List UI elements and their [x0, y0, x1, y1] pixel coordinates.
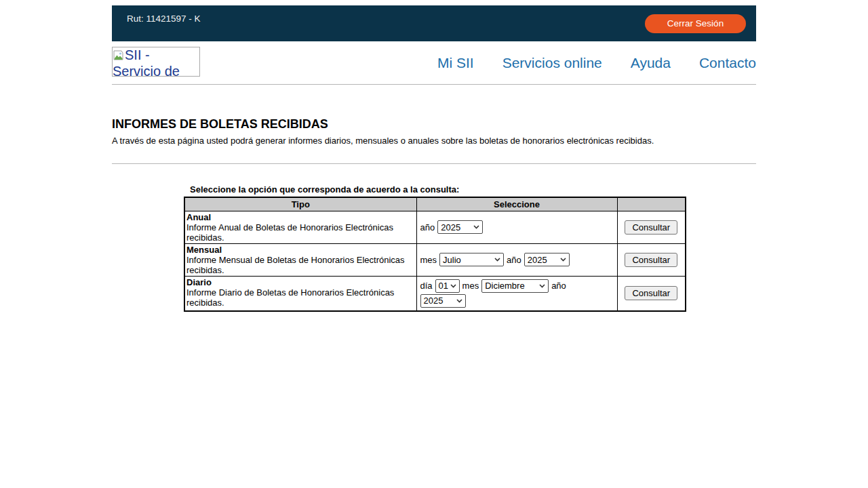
site-header: SII - Servicio de Mi SII Servicios onlin…: [112, 41, 756, 84]
seleccione-cell-anual: año 2025: [416, 211, 617, 243]
seleccione-cell-diario: día 01 mes Diciembre año: [416, 276, 617, 311]
consultar-diario-button[interactable]: Consultar: [625, 286, 677, 300]
chevron-down-icon: [494, 258, 500, 262]
anual-year-select[interactable]: 2025: [437, 220, 483, 234]
select-value: 2025: [424, 296, 443, 306]
nav-mi-sii[interactable]: Mi SII: [437, 55, 474, 71]
row-type-label: Mensual: [186, 245, 414, 255]
mensual-month-select[interactable]: Julio: [439, 253, 504, 266]
seleccione-cell-mensual: mes Julio año 2025: [416, 243, 617, 276]
diario-day-select[interactable]: 01: [435, 279, 460, 293]
column-header-seleccione: Seleccione: [416, 197, 617, 211]
action-cell-mensual: Consultar: [617, 243, 686, 276]
chevron-down-icon: [456, 299, 462, 303]
diario-day-label: día: [420, 281, 433, 291]
anual-year-label: año: [420, 222, 435, 232]
mensual-year-select[interactable]: 2025: [524, 253, 570, 266]
select-value: 01: [439, 281, 448, 291]
row-description: Informe Diario de Boletas de Honorarios …: [186, 287, 394, 308]
chevron-down-icon: [473, 225, 479, 229]
diario-year-label: año: [551, 281, 566, 291]
consultar-anual-button[interactable]: Consultar: [625, 220, 677, 235]
table-header-row: Tipo Seleccione: [184, 197, 686, 211]
rut-label: Rut: 11421597 - K: [127, 14, 201, 41]
mensual-year-label: año: [507, 255, 521, 265]
table-row-diario: Diario Informe Diario de Boletas de Hono…: [184, 276, 686, 311]
row-description: Informe Mensual de Boletas de Honorarios…: [186, 255, 405, 275]
select-value: 2025: [441, 222, 460, 232]
table-instruction: Seleccione la opción que corresponda de …: [190, 184, 756, 195]
mensual-month-label: mes: [420, 255, 437, 265]
diario-month-label: mes: [462, 281, 479, 291]
select-value: Julio: [443, 255, 461, 265]
tipo-cell-mensual: Mensual Informe Mensual de Boletas de Ho…: [184, 243, 416, 276]
nav-ayuda[interactable]: Ayuda: [631, 55, 671, 71]
select-value: Diciembre: [485, 281, 525, 291]
tipo-cell-diario: Diario Informe Diario de Boletas de Hono…: [184, 276, 416, 311]
row-description: Informe Anual de Boletas de Honorarios E…: [186, 222, 393, 243]
chevron-down-icon: [450, 284, 456, 288]
main-nav: Mi SII Servicios online Ayuda Contacto: [437, 55, 756, 71]
main-content: INFORMES DE BOLETAS RECIBIDAS A través d…: [112, 117, 756, 312]
nav-servicios-online[interactable]: Servicios online: [502, 55, 602, 71]
column-header-actions: [617, 197, 686, 211]
sii-logo[interactable]: SII - Servicio de: [112, 47, 200, 77]
action-cell-anual: Consultar: [617, 211, 686, 243]
row-type-label: Anual: [186, 212, 414, 222]
table-row-mensual: Mensual Informe Mensual de Boletas de Ho…: [184, 243, 686, 276]
diario-month-select[interactable]: Diciembre: [481, 279, 549, 293]
nav-contacto[interactable]: Contacto: [699, 55, 756, 71]
chevron-down-icon: [539, 284, 545, 288]
consultar-mensual-button[interactable]: Consultar: [625, 253, 677, 267]
logout-button[interactable]: Cerrar Sesión: [645, 14, 746, 33]
select-value: 2025: [528, 255, 547, 265]
header-divider: [112, 84, 756, 85]
page-title: INFORMES DE BOLETAS RECIBIDAS: [112, 117, 756, 132]
page-description: A través de esta página usted podrá gene…: [112, 136, 756, 147]
topbar: Rut: 11421597 - K Cerrar Sesión: [112, 5, 756, 41]
chevron-down-icon: [560, 258, 566, 262]
page-container: Rut: 11421597 - K Cerrar Sesión SII - Se…: [112, 5, 756, 312]
tipo-cell-anual: Anual Informe Anual de Boletas de Honora…: [184, 211, 416, 243]
column-header-tipo: Tipo: [184, 197, 416, 211]
broken-image-icon: [113, 49, 124, 64]
table-row-anual: Anual Informe Anual de Boletas de Honora…: [184, 211, 686, 243]
reports-table: Tipo Seleccione Anual Informe Anual de B…: [184, 197, 686, 312]
row-type-label: Diario: [186, 277, 414, 287]
content-divider: [112, 163, 756, 164]
diario-year-select[interactable]: 2025: [420, 294, 466, 308]
action-cell-diario: Consultar: [617, 276, 686, 311]
